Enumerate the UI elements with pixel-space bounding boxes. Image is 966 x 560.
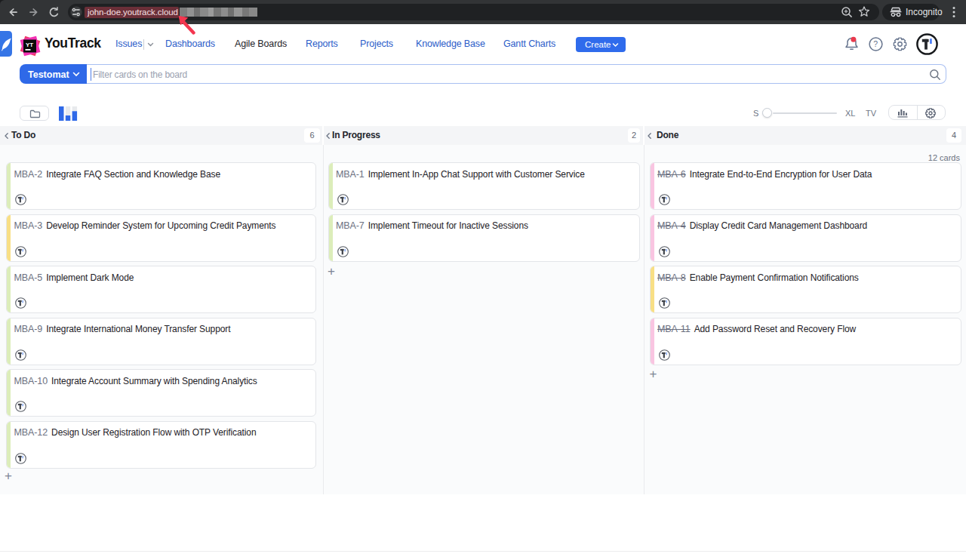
- svg-text:YT: YT: [26, 42, 33, 48]
- svg-text:?: ?: [873, 39, 878, 48]
